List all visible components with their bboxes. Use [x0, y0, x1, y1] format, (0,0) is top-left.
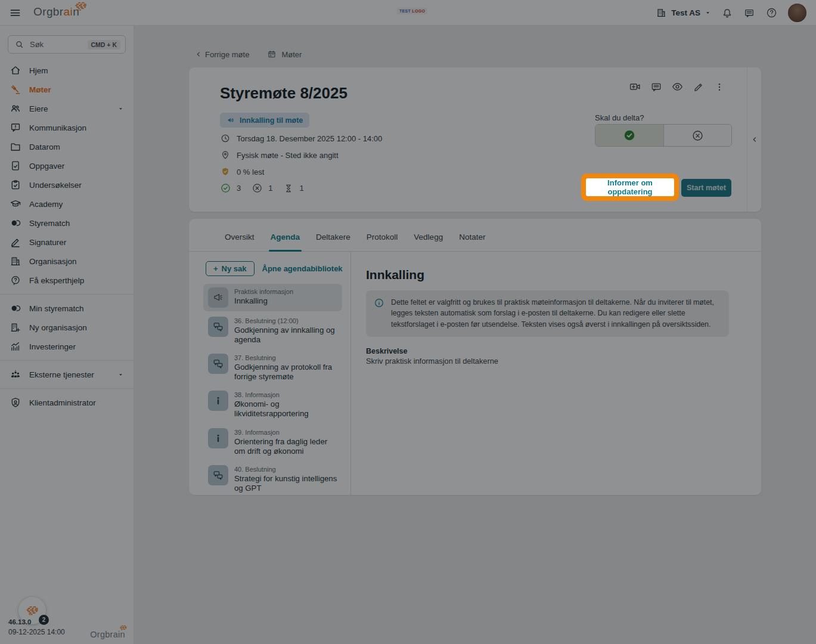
meeting-details: Innkalling til møte Torsdag 18. Desember…: [220, 113, 382, 194]
tab-notater[interactable]: Notater: [459, 233, 485, 251]
chat-alert-icon: [10, 122, 21, 134]
help-icon[interactable]: [765, 7, 778, 19]
preview-eye-icon[interactable]: [671, 80, 684, 93]
building-icon: [10, 255, 21, 267]
status-badge: Innkalling til møte: [220, 113, 309, 128]
sidebar-item-oppgaver[interactable]: Oppgaver: [0, 156, 134, 175]
sidebar-item-investeringer[interactable]: Investeringer: [0, 337, 134, 356]
pen-icon: [10, 236, 21, 248]
logo-text: Orgbr: [33, 5, 64, 18]
accepted-check-icon: [220, 182, 231, 194]
open-agenda-library-button[interactable]: Åpne agendabibliotek: [262, 264, 343, 273]
app-version: 46.13.0: [8, 618, 65, 627]
sidebar-item-organisasjon[interactable]: Organisasjon: [0, 252, 134, 271]
nav-divider: [0, 388, 134, 389]
breadcrumb: Forrige møte Møter: [194, 49, 302, 59]
hamburger-menu-icon[interactable]: [9, 7, 21, 19]
chevron-left-icon: [194, 50, 203, 58]
sidebar-item-eksterne-tjenester[interactable]: Eksterne tjenester: [0, 365, 134, 384]
more-options-kebab-icon[interactable]: [713, 80, 725, 93]
gavel-icon: [10, 83, 21, 95]
meeting-actions: [629, 80, 725, 93]
sidebar-item-m-ter[interactable]: Møter: [0, 80, 134, 99]
main-content: Forrige møte Møter Styremøte 8/2025: [134, 26, 816, 644]
sidebar-item-f-eksperthjelp[interactable]: Få eksperthjelp: [0, 271, 134, 290]
attend-yes-button[interactable]: [595, 125, 663, 146]
agenda-item-innkalling[interactable]: Praktisk informasjonInnkalling: [203, 284, 342, 311]
agenda-item-strategi-for-kunstig-intelligens-og-gpt[interactable]: 40. BeslutningStrategi for kunstig intel…: [203, 462, 342, 497]
plus-icon: +: [213, 264, 218, 273]
breadcrumb-back[interactable]: Forrige møte: [194, 50, 249, 59]
chevron-left-icon: [750, 135, 759, 144]
check-circle-icon: [623, 129, 636, 142]
agenda-item-konomi-og-likviditetsrapportering[interactable]: 38. InformasjonØkonomi- og likviditetsra…: [203, 387, 342, 422]
description-value: Skriv praktisk informasjon til deltakern…: [366, 357, 729, 366]
start-meeting-button[interactable]: Start møtet: [681, 179, 731, 197]
attend-no-button[interactable]: [663, 125, 732, 146]
messages-icon[interactable]: [743, 7, 755, 19]
meeting-card: Styremøte 8/2025 Innkalli: [189, 67, 761, 212]
calendar-icon: [267, 49, 277, 59]
read-status: 0 % lest: [220, 166, 382, 178]
tab-deltakere[interactable]: Deltakere: [316, 233, 350, 251]
notifications-bell-icon[interactable]: [721, 7, 733, 19]
sidebar-item-unders-kelser[interactable]: Undersøkelser: [0, 175, 134, 194]
search-input[interactable]: Søk CMD + K: [8, 35, 126, 54]
inform-update-button[interactable]: Informer om oppdatering: [586, 178, 674, 196]
folder-icon: [10, 141, 21, 153]
add-video-icon[interactable]: [629, 80, 641, 93]
sidebar-item-styrematch[interactable]: Styrematch: [0, 213, 134, 233]
org-name: Test AS: [671, 8, 700, 17]
organization-switcher[interactable]: Test AS: [656, 7, 711, 18]
sidebar-item-min-styrematch[interactable]: Min styrematch: [0, 299, 134, 318]
meeting-location: Fysisk møte - Sted ikke angitt: [220, 149, 382, 161]
tab-agenda[interactable]: Agenda: [271, 233, 300, 251]
orgbrain-logo[interactable]: Orgbrain: [33, 5, 79, 18]
caret-down-icon: [705, 10, 711, 16]
decision-icon: [208, 465, 228, 485]
page-title: Styremøte 8/2025: [220, 84, 348, 103]
sidebar-item-klientadministrator[interactable]: Klientadministrator: [0, 393, 134, 412]
edit-pencil-icon[interactable]: [693, 80, 705, 93]
nav-divider: [0, 360, 134, 361]
caret-down-icon: [117, 371, 124, 378]
user-avatar[interactable]: [788, 4, 806, 22]
sidebar-item-hjem[interactable]: Hjem: [0, 61, 134, 80]
tab-protokoll[interactable]: Protokoll: [367, 233, 398, 251]
comments-icon[interactable]: [650, 80, 662, 93]
agenda-column: +Ny sak Åpne agendabibliotek Praktisk in…: [189, 252, 351, 495]
sidebar-item-signaturer[interactable]: Signaturer: [0, 233, 134, 252]
shield-icon: [10, 397, 21, 408]
decision-icon: [208, 317, 228, 337]
circles-icon: [10, 302, 21, 314]
sidebar-item-datarom[interactable]: Datarom: [0, 137, 134, 156]
breadcrumb-section[interactable]: Møter: [267, 49, 302, 59]
sidebar-item-academy[interactable]: Academy: [0, 194, 134, 213]
agenda-item-godkjenning-av-protokoll-fra-forrige-styrem-te[interactable]: 37. BeslutningGodkjenning av protokoll f…: [203, 350, 342, 385]
tab-vedlegg[interactable]: Vedlegg: [414, 233, 443, 251]
sidebar-item-ny-organisasjon[interactable]: Ny organisasjon: [0, 318, 134, 337]
sidebar-item-kommunikasjon[interactable]: Kommunikasjon: [0, 118, 134, 137]
grad-cap-icon: [10, 198, 21, 210]
new-agenda-item-button[interactable]: +Ny sak: [206, 261, 255, 276]
building-icon: [656, 7, 667, 18]
agenda-detail-panel: Innkalling Dette feltet er valgfritt og …: [351, 252, 761, 495]
description-label: Beskrivelse: [366, 347, 729, 355]
circles-icon: [10, 217, 21, 229]
search-shortcut: CMD + K: [88, 40, 120, 49]
info-text: Dette feltet er valgfritt og brukes til …: [391, 297, 719, 330]
declined-count: 1: [268, 184, 272, 193]
sidebar-item-eiere[interactable]: Eiere: [0, 99, 134, 118]
tab-oversikt[interactable]: Oversikt: [225, 233, 255, 251]
meeting-datetime: Torsdag 18. Desember 2025 12:00 - 14:00: [220, 132, 382, 144]
agenda-item-godkjenning-av-innkalling-og-agenda[interactable]: 36. Beslutning (12:00)Godkjenning av inn…: [203, 313, 342, 348]
attend-toggle: [595, 124, 732, 147]
sidebar-nav: HjemMøterEiereKommunikasjonDataromOppgav…: [0, 61, 134, 412]
clock-icon: [220, 133, 231, 144]
collapse-panel-button[interactable]: [747, 67, 761, 212]
info-icon: [208, 391, 228, 411]
tab-bar: OversiktAgendaDeltakereProtokollVedleggN…: [189, 219, 761, 252]
decision-icon: [208, 354, 228, 374]
building-plus-icon: [10, 321, 21, 333]
agenda-item-orientering-fra-daglig-leder-om-drift-og-konomi[interactable]: 39. InformasjonOrientering fra daglig le…: [203, 425, 342, 460]
